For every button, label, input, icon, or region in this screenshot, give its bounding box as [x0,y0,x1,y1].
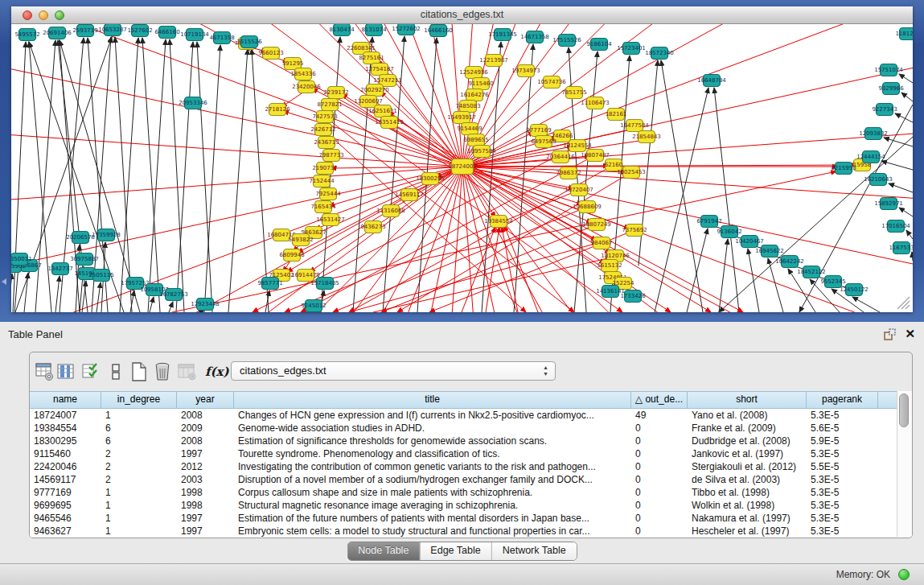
table-cell[interactable]: 2 [101,460,177,473]
resize-grip-icon[interactable] [897,297,910,309]
table-cell[interactable]: 2008 [177,435,234,447]
network-node[interactable]: 12524936 [459,67,488,79]
network-node[interactable]: 1181204 [895,28,913,40]
network-node[interactable]: 10653287 [98,24,127,36]
table-row[interactable]: 977716911998Corpus callosum shape and si… [30,486,910,499]
table-settings-icon[interactable] [35,362,55,381]
network-node[interactable]: 20691406 [43,27,72,39]
memory-ok-indicator[interactable] [898,569,910,580]
network-node[interactable]: 7375692 [622,225,647,237]
table-cell[interactable]: 22420046 [30,460,101,473]
column-header[interactable]: year [177,392,234,408]
table-cell[interactable]: 0 [631,435,688,447]
network-nodes[interactable]: 1252493691154601616427674850831549391791… [11,24,913,312]
network-node[interactable]: 15892971 [874,198,903,210]
table-row[interactable]: 946554611997Estimation of the future num… [30,512,910,525]
network-node[interactable]: 12450122 [840,284,869,296]
table-cell[interactable]: 6 [101,422,177,435]
table-row[interactable]: 1830029562008Estimation of significance … [30,435,910,447]
table-cell[interactable]: 2012 [177,460,234,473]
table-cell[interactable]: 1 [101,499,177,512]
table-cell[interactable]: Structural magnetic resonance image aver… [234,499,631,512]
network-node[interactable]: 7152444 [309,175,335,187]
table-cell[interactable]: 5.3E-5 [807,525,878,538]
table-cell[interactable]: 5.3E-5 [807,499,878,512]
table-cell[interactable]: 5.3E-5 [807,512,878,525]
network-node[interactable]: 2190737 [312,163,337,175]
delete-column-icon[interactable] [178,362,197,381]
minimize-button[interactable] [39,10,48,20]
table-cell[interactable]: 9777169 [30,486,101,499]
float-panel-icon[interactable] [884,328,897,341]
network-node[interactable]: 1527602 [127,25,152,37]
table-cell[interactable]: 1 [101,525,177,538]
network-node[interactable]: 7851755 [561,87,586,99]
network-node[interactable]: 16466160 [424,25,453,37]
table-cell[interactable]: 5.3E-5 [807,409,878,422]
network-node[interactable]: 6791947 [696,216,721,228]
table-cell[interactable]: Investigating the contribution of common… [234,460,631,473]
table-cell[interactable]: 9465546 [30,512,101,525]
table-cell[interactable]: 5.5E-5 [807,460,878,473]
network-node[interactable]: 7987733 [318,150,343,162]
network-node[interactable]: 7165434 [310,201,336,213]
network-node[interactable]: 984067 [591,237,613,249]
network-node[interactable]: 15272602 [392,24,421,35]
table-row[interactable]: 1456911722003Disruption of a novel membe… [30,473,910,486]
table-cell[interactable]: 6 [101,435,177,447]
column-header[interactable]: in_degree [101,392,177,408]
tab-node-table[interactable]: Node Table [347,542,419,560]
table-cell[interactable]: 9463627 [30,525,101,538]
table-cell[interactable]: 0 [631,473,688,486]
network-node[interactable]: 16210643 [864,174,893,186]
table-cell[interactable]: 0 [631,525,688,538]
table-row[interactable]: 1872400712008Changes of HCN gene express… [30,409,910,422]
network-node[interactable]: 16164276 [460,89,489,101]
table-cell[interactable]: 1 [101,409,177,422]
network-view[interactable]: 1252493691154601616427674850831549391791… [11,24,913,312]
table-cell[interactable]: 1997 [177,447,234,460]
network-node[interactable]: 18572340 [645,47,674,60]
table-cell[interactable]: 49 [631,409,688,422]
network-node[interactable]: 16945622 [755,245,784,257]
network-node[interactable]: 2426712 [310,124,335,136]
network-view-window[interactable]: citations_edges.txt 12524936911546016164… [11,6,913,312]
network-node[interactable]: 20364416 [546,151,575,163]
network-node[interactable]: 8130474 [329,24,355,36]
network-node[interactable]: 8727821 [317,99,342,111]
table-cell[interactable]: 1997 [177,525,234,538]
network-node[interactable]: 16648784 [697,75,726,87]
table-row[interactable]: 946362711997Embryonic stem cells: a mode… [30,525,910,538]
network-node[interactable]: 19734973 [511,65,540,77]
network-node[interactable]: 9227343 [872,104,897,116]
table-cell[interactable]: Disruption of a novel member of a sodium… [234,473,631,486]
network-node[interactable]: 4671358 [209,32,234,44]
table-cell[interactable]: Tibbo et al. (1998) [688,486,807,499]
network-node[interactable]: 9115460 [468,78,493,90]
network-node[interactable]: 16351419 [375,117,404,129]
panel-collapse-arrow-icon[interactable] [2,278,6,285]
table-cell[interactable]: 1998 [177,486,234,499]
network-node[interactable]: 2718126 [265,104,290,116]
table-cell[interactable]: Genome-wide association studies in ADHD. [234,422,631,435]
table-cell[interactable]: 2 [101,473,177,486]
network-node[interactable]: 17515526 [552,35,581,47]
table-cell[interactable]: 0 [631,447,688,460]
network-node[interactable]: 20953346 [179,97,207,109]
table-cell[interactable]: Yano et al. (2008) [688,409,807,422]
network-node[interactable]: 18452122 [797,266,826,278]
table-cell[interactable]: 5.9E-5 [807,435,878,447]
zoom-button[interactable] [55,10,64,20]
close-button[interactable] [23,10,32,20]
table-cell[interactable]: 1998 [177,499,234,512]
table-cell[interactable]: Nakamura et al. (1997) [688,512,807,525]
table-cell[interactable]: Tourette syndrome. Phenomenology and cla… [234,447,631,460]
network-node[interactable]: 10719134 [180,29,209,41]
table-cell[interactable]: 14569117 [30,473,101,486]
table-cell[interactable]: Stergiakouli et al. (2012) [688,460,807,473]
table-cell[interactable]: 0 [631,422,688,435]
network-node[interactable]: 15493917 [447,112,476,124]
table-cell[interactable]: Estimation of significance thresholds fo… [234,435,631,447]
table-cell[interactable]: 1 [101,486,177,499]
table-cell[interactable]: 2008 [177,409,234,422]
